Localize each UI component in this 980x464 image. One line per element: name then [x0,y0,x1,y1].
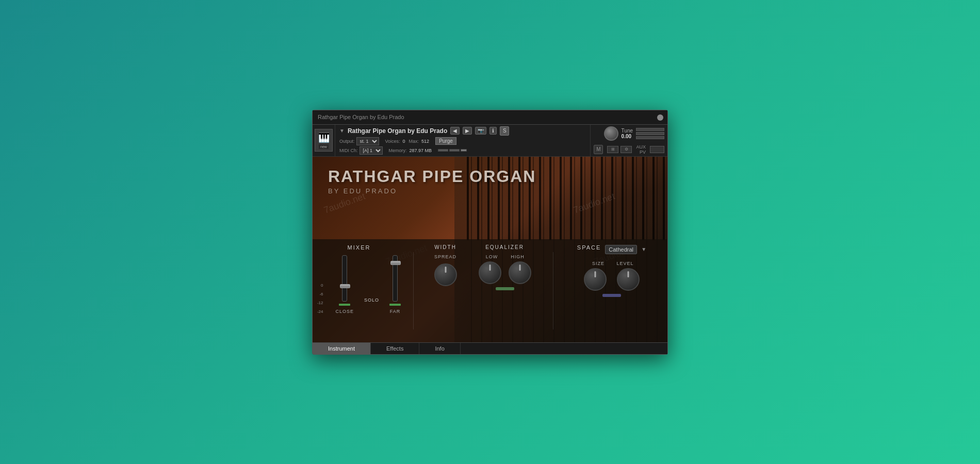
width-label: WIDTH [427,244,464,250]
title-bar: Rathgar Pipe Organ by Edu Prado [313,110,667,125]
max-label: Max: [409,139,419,144]
instrument-display: RATHGAR PIPE ORGAN BY EDU PRADO 7audio.n… [313,157,667,342]
preset-arrow[interactable]: ▼ [641,246,646,252]
close-fader-container: CLOSE [336,255,354,314]
tab-effects[interactable]: Effects [371,343,419,354]
eq-section: WIDTH SPREAD EQUALIZER LOW HI [421,244,545,290]
instrument-logo-area: 🎹 new [313,125,335,156]
instrument-name: Rathgar Pipe Organ by Edu Prado [348,127,447,135]
channel-bars [636,128,664,139]
scale-0: 0 [321,283,323,288]
spread-label: SPREAD [427,254,464,259]
camera-button[interactable]: 📷 [475,127,486,135]
memory-info: Memory: 287.97 MB [389,148,432,153]
low-knob-container [479,261,501,284]
header-main: 🎹 new ▼ Rathgar Pipe Organ by Edu Prado … [313,125,667,157]
spread-knob-container [434,263,457,286]
voices-info: Voices: 0 Max: 512 [385,139,430,144]
width-eq-row: WIDTH SPREAD EQUALIZER LOW HI [427,244,540,290]
tune-display: Tune 0.00 [622,128,633,139]
space-preset-select[interactable]: Cathedral [605,245,637,254]
mixer-label: MIXER [323,244,395,251]
bottom-tabs: Instrument Effects Info [313,342,667,354]
far-fader[interactable] [393,255,398,302]
far-label: FAR [390,309,401,314]
output-select[interactable]: st. 1 [356,137,379,145]
purge-button[interactable]: Purge [435,137,456,145]
eq-active-button[interactable] [496,287,514,290]
m-button[interactable]: M [594,145,603,154]
prev-instrument-button[interactable]: ◀ [450,127,460,135]
close-fader-handle[interactable] [340,284,350,288]
high-knob-container [509,261,531,284]
tab-instrument[interactable]: Instrument [313,343,371,354]
tune-knob[interactable] [604,126,618,141]
level-meters [438,149,467,152]
low-knob[interactable] [479,261,501,284]
level-knob[interactable] [617,268,640,291]
high-knob[interactable] [509,261,531,284]
space-label: SPACE [577,244,601,251]
aux-label: AUX [636,144,646,150]
sep-1 [413,252,414,329]
space-header: SPACE Cathedral ▼ [566,244,657,255]
far-fader-indicator [389,304,401,306]
size-knob[interactable] [584,268,607,291]
channel-bar-3 [636,136,664,139]
size-label: SIZE [587,261,610,266]
aux-pv-labels: AUX PV [636,144,646,155]
voices-value: 0 [403,139,405,144]
equalizer-label: EQUALIZER [469,244,540,250]
level-knob-container [617,268,640,291]
channel-bar-1 [636,128,664,131]
close-fader[interactable] [342,255,347,302]
close-fader-indicator [339,304,350,306]
header-right-controls: Tune 0.00 M ⊞ ⚙ [590,125,667,156]
scale-neg12: -12 [317,301,323,305]
space-labels: SIZE LEVEL [566,261,657,266]
equalizer-section: EQUALIZER LOW HIGH [469,244,540,290]
spread-knob[interactable] [434,263,457,286]
eq-active-area [469,287,540,290]
tune-label: Tune [622,128,633,134]
far-fader-handle[interactable] [390,261,401,265]
far-fader-container: FAR [389,255,401,314]
level-label: LEVEL [614,261,636,266]
close-button[interactable] [657,114,663,121]
logo-new-label: new [319,144,329,149]
instrument-logo: 🎹 new [315,129,333,152]
tune-value: 0.00 [622,134,633,139]
info-button[interactable]: ℹ [489,127,497,135]
midi-select[interactable]: [A] 1 [360,146,383,155]
space-active-area [566,294,657,297]
level-meter-2 [449,149,460,152]
pv-control[interactable] [650,146,664,153]
space-active-button[interactable] [602,294,621,297]
next-instrument-button[interactable]: ▶ [463,127,472,135]
header-info: ▼ Rathgar Pipe Organ by Edu Prado ◀ ▶ 📷 … [335,125,590,156]
solo-area: SOLO [364,255,379,314]
plugin-window: Rathgar Pipe Organ by Edu Prado 🎹 new ▼ … [312,110,668,355]
eq-labels: LOW HIGH [469,254,540,259]
solo-label: SOLO [364,297,379,303]
controls-panel: MIXER 0 -6 -12 -24 CLOSE [313,239,667,342]
space-section: SPACE Cathedral ▼ SIZE LEVEL [561,244,657,297]
space-controls [566,268,657,291]
eq-knobs [469,261,540,284]
scale-neg24: -24 [317,309,323,314]
instrument-subtitle: BY EDU PRADO [328,187,536,195]
scale-neg6: -6 [319,292,323,296]
mixer-section: MIXER 0 -6 -12 -24 CLOSE [323,244,405,314]
sep-2 [553,252,553,329]
tab-info[interactable]: Info [419,343,460,354]
size-knob-container [584,268,607,291]
midi-info: MIDI Ch: [A] 1 [339,146,383,155]
aux-controls: ⊞ ⚙ [607,146,632,153]
s-button[interactable]: S [500,126,509,136]
instrument-title: RATHGAR PIPE ORGAN [328,167,536,186]
width-section: WIDTH SPREAD [427,244,464,290]
aux-pv-area: M ⊞ ⚙ AUX PV [594,144,664,155]
memory-label: Memory: [389,148,407,153]
settings-icon[interactable]: ⚙ [620,146,632,153]
channel-bar-2 [636,132,664,135]
